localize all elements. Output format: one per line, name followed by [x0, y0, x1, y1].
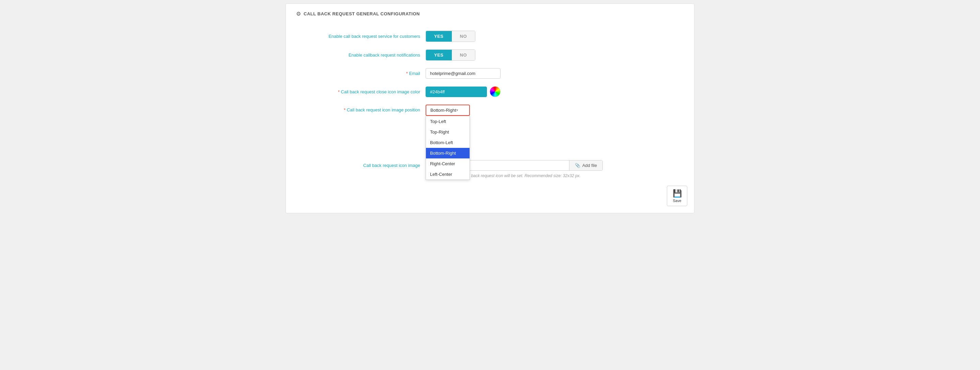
- color-input[interactable]: [426, 87, 487, 97]
- floppy-disk-icon: 💾: [673, 189, 682, 198]
- option-bottom-right[interactable]: Bottom-Right: [426, 148, 469, 159]
- icon-image-label: Call back request icon image: [296, 163, 426, 168]
- email-row: Email: [296, 68, 684, 79]
- save-label: Save: [673, 198, 681, 203]
- option-top-left[interactable]: Top-Left: [426, 116, 469, 127]
- enable-service-no-button[interactable]: NO: [452, 31, 475, 41]
- enable-notifications-toggle: YES NO: [426, 49, 475, 60]
- enable-notifications-label: Enable callback request notifications: [296, 52, 426, 57]
- enable-notifications-yes-button[interactable]: YES: [426, 50, 452, 60]
- icon-image-inner: Call back request icon image 📎 Add file: [296, 160, 684, 171]
- position-select-container: Bottom-Right ▾ Top-Left Top-Right Bottom…: [426, 105, 470, 116]
- chevron-down-icon: ▾: [456, 108, 458, 113]
- color-row: Call back request close icon image color: [296, 86, 684, 97]
- icon-image-row: Call back request icon image 📎 Add file …: [296, 160, 684, 178]
- enable-service-row: Enable call back request service for cus…: [296, 31, 684, 42]
- color-label: Call back request close icon image color: [296, 89, 426, 94]
- position-selected-value: Bottom-Right: [430, 108, 456, 113]
- email-input[interactable]: [426, 68, 501, 79]
- enable-service-toggle: YES NO: [426, 31, 475, 42]
- option-right-center[interactable]: Right-Center: [426, 159, 469, 169]
- color-picker-button[interactable]: [490, 86, 501, 97]
- paperclip-icon: 📎: [575, 163, 580, 168]
- add-file-label: Add file: [582, 163, 597, 168]
- add-file-button[interactable]: 📎 Add file: [569, 160, 603, 170]
- color-input-group: [426, 86, 501, 97]
- page-title: CALL BACK REQUEST GENERAL CONFIGURATION: [304, 11, 420, 16]
- position-label: Call back request icon image position: [296, 105, 426, 113]
- position-select[interactable]: Bottom-Right ▾: [426, 105, 470, 116]
- option-left-center[interactable]: Left-Center: [426, 169, 469, 179]
- gear-icon: ⚙: [296, 11, 301, 17]
- save-button-container: 💾 Save: [667, 186, 687, 206]
- option-top-right[interactable]: Top-Right: [426, 127, 469, 137]
- page-wrapper: ⚙ CALL BACK REQUEST GENERAL CONFIGURATIO…: [286, 3, 694, 213]
- enable-notifications-row: Enable callback request notifications YE…: [296, 49, 684, 60]
- position-row: Call back request icon image position Bo…: [296, 105, 684, 116]
- enable-service-yes-button[interactable]: YES: [426, 31, 452, 41]
- save-button[interactable]: 💾 Save: [667, 186, 687, 206]
- enable-notifications-no-button[interactable]: NO: [452, 50, 475, 60]
- email-label: Email: [296, 71, 426, 76]
- option-bottom-left[interactable]: Bottom-Left: [426, 137, 469, 148]
- enable-service-label: Enable call back request service for cus…: [296, 34, 426, 39]
- position-dropdown: Top-Left Top-Right Bottom-Left Bottom-Ri…: [426, 116, 470, 180]
- section-header: ⚙ CALL BACK REQUEST GENERAL CONFIGURATIO…: [296, 11, 684, 21]
